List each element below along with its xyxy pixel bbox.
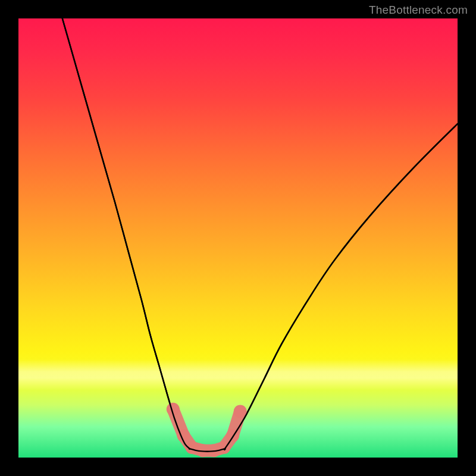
chart-svg	[18, 18, 458, 458]
curve-path-top	[62, 18, 458, 452]
chart-frame: TheBottleneck.com	[0, 0, 476, 476]
watermark-text: TheBottleneck.com	[369, 4, 468, 17]
